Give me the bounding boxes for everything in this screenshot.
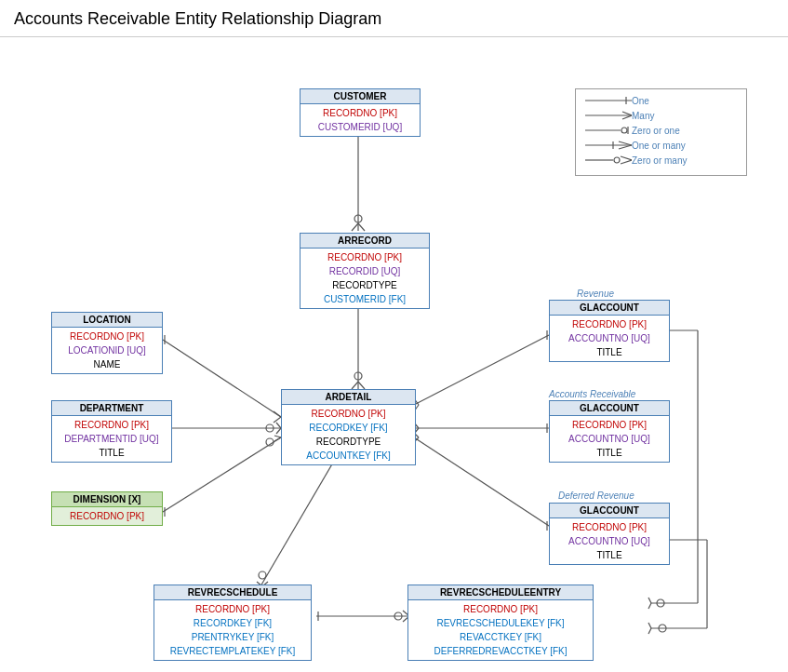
field-dept-title: TITLE bbox=[58, 446, 166, 460]
entity-ardetail: ARDETAIL RECORDNO [PK] RECORDKEY [FK] RE… bbox=[281, 389, 416, 465]
entity-glaccount-ar: GLACCOUNT RECORDNO [PK] ACCOUNTNO [UQ] T… bbox=[549, 400, 670, 463]
svg-line-12 bbox=[274, 411, 281, 417]
entity-location-body: RECORDNO [PK] LOCATIONID [UQ] NAME bbox=[52, 328, 162, 373]
field-glar-accountno: ACCOUNTNO [UQ] bbox=[555, 432, 663, 446]
svg-line-75 bbox=[621, 160, 632, 164]
category-deferred-label: Deferred Revenue bbox=[558, 491, 634, 501]
field-customer-customerid: CUSTOMERID [UQ] bbox=[306, 120, 414, 134]
svg-point-16 bbox=[266, 424, 274, 432]
legend-label-one-many: One or many bbox=[632, 141, 686, 151]
category-ar-label: Accounts Receivable bbox=[549, 389, 635, 399]
diagram-area: CUSTOMER RECORDNO [PK] CUSTOMERID [UQ] A… bbox=[0, 37, 788, 670]
field-location-recordno: RECORDNO [PK] bbox=[58, 329, 156, 343]
field-gldef-recordno: RECORDNO [PK] bbox=[555, 520, 663, 534]
entity-revrecschedule-body: RECORDNO [PK] RECORDKEY [FK] PRENTRYKEY … bbox=[154, 600, 311, 660]
svg-line-10 bbox=[163, 340, 281, 417]
entity-revrecscheduleentry-header: REVRECSCHEDULEENTRY bbox=[408, 585, 593, 600]
svg-line-74 bbox=[621, 156, 632, 160]
svg-point-56 bbox=[659, 625, 666, 632]
entity-arrecord: ARRECORD RECORDNO [PK] RECORDID [UQ] REC… bbox=[300, 233, 430, 309]
svg-point-21 bbox=[266, 438, 274, 446]
svg-line-19 bbox=[163, 437, 281, 512]
svg-line-57 bbox=[648, 623, 651, 628]
legend-label-zero-one: Zero or one bbox=[632, 126, 680, 136]
field-glrev-recordno: RECORDNO [PK] bbox=[555, 317, 663, 331]
legend-label-many: Many bbox=[632, 111, 654, 121]
legend-item-one-many: One or many bbox=[585, 140, 737, 151]
field-dept-departmentid: DEPARTMENTID [UQ] bbox=[58, 432, 166, 446]
field-rrs-prentrykey: PRENTRYKEY [FK] bbox=[160, 630, 305, 644]
entity-glaccount-deferred-body: RECORDNO [PK] ACCOUNTNO [UQ] TITLE bbox=[550, 518, 669, 564]
svg-point-7 bbox=[354, 372, 362, 380]
legend-item-zero-many: Zero or many bbox=[585, 155, 737, 166]
legend-line-one bbox=[585, 95, 632, 106]
entity-dimension: DIMENSION [X] RECORDNO [PK] bbox=[51, 491, 163, 526]
field-rrse-revrecschedulekey: REVRECSCHEDULEKEY [FK] bbox=[414, 616, 587, 630]
svg-line-50 bbox=[648, 598, 651, 603]
field-dept-recordno: RECORDNO [PK] bbox=[58, 418, 166, 432]
svg-line-51 bbox=[648, 603, 651, 609]
legend-line-one-many bbox=[585, 140, 632, 151]
field-dimension-recordno: RECORDNO [PK] bbox=[58, 509, 156, 523]
legend-line-zero-one bbox=[585, 125, 632, 136]
svg-line-70 bbox=[619, 141, 632, 145]
entity-ardetail-header: ARDETAIL bbox=[282, 390, 415, 405]
field-ardetail-accountkey: ACCOUNTKEY [FK] bbox=[287, 449, 409, 463]
svg-line-3 bbox=[352, 223, 358, 231]
legend-box: One Many Zero or one bbox=[575, 88, 747, 176]
svg-line-36 bbox=[260, 451, 340, 586]
field-gldef-title: TITLE bbox=[555, 548, 663, 562]
field-rrse-revacctkey: REVACCTKEY [FK] bbox=[414, 630, 587, 644]
field-glar-recordno: RECORDNO [PK] bbox=[555, 418, 663, 432]
legend-item-zero-one: Zero or one bbox=[585, 125, 737, 136]
svg-point-49 bbox=[657, 599, 664, 607]
category-revenue-label: Revenue bbox=[577, 289, 614, 299]
entity-revrecscheduleentry: REVRECSCHEDULEENTRY RECORDNO [PK] REVREC… bbox=[407, 585, 594, 661]
legend-label-one: One bbox=[632, 96, 649, 106]
entity-department-body: RECORDNO [PK] DEPARTMENTID [UQ] TITLE bbox=[52, 416, 171, 462]
field-arrecord-recordid: RECORDID [UQ] bbox=[306, 264, 423, 278]
entity-customer-header: CUSTOMER bbox=[301, 89, 420, 104]
svg-point-38 bbox=[259, 571, 266, 579]
entity-glaccount-revenue: GLACCOUNT RECORDNO [PK] ACCOUNTNO [UQ] T… bbox=[549, 300, 670, 362]
field-arrecord-recordno: RECORDNO [PK] bbox=[306, 250, 423, 264]
svg-line-58 bbox=[648, 628, 651, 634]
field-glrev-title: TITLE bbox=[555, 345, 663, 359]
entity-department: DEPARTMENT RECORDNO [PK] DEPARTMENTID [U… bbox=[51, 400, 172, 463]
field-ardetail-recordtype: RECORDTYPE bbox=[287, 435, 409, 449]
entity-revrecschedule-header: REVRECSCHEDULE bbox=[154, 585, 311, 600]
svg-line-24 bbox=[414, 335, 549, 405]
entity-revrecschedule: REVRECSCHEDULE RECORDNO [PK] RECORDKEY [… bbox=[154, 585, 312, 661]
legend-label-zero-many: Zero or many bbox=[632, 155, 687, 166]
field-arrecord-recordtype: RECORDTYPE bbox=[306, 278, 423, 292]
svg-point-73 bbox=[614, 157, 620, 163]
field-rrs-revrectemplatekey: REVRECTEMPLATEKEY [FK] bbox=[160, 644, 305, 658]
field-gldef-accountno: ACCOUNTNO [UQ] bbox=[555, 534, 663, 548]
legend-item-many: Many bbox=[585, 110, 737, 121]
entity-location: LOCATION RECORDNO [PK] LOCATIONID [UQ] N… bbox=[51, 312, 163, 374]
svg-point-66 bbox=[621, 128, 627, 133]
entity-arrecord-header: ARRECORD bbox=[301, 234, 429, 249]
entity-dimension-header: DIMENSION [X] bbox=[52, 492, 162, 507]
field-glrev-accountno: ACCOUNTNO [UQ] bbox=[555, 331, 663, 345]
entity-arrecord-body: RECORDNO [PK] RECORDID [UQ] RECORDTYPE C… bbox=[301, 249, 429, 308]
field-rrse-deferredrevacctkey: DEFERREDREVACCTKEY [FK] bbox=[414, 644, 587, 658]
entity-glaccount-deferred: GLACCOUNT RECORDNO [PK] ACCOUNTNO [UQ] T… bbox=[549, 503, 670, 565]
entity-customer: CUSTOMER RECORDNO [PK] CUSTOMERID [UQ] bbox=[300, 88, 421, 137]
entity-dimension-body: RECORDNO [PK] bbox=[52, 507, 162, 525]
svg-line-8 bbox=[352, 382, 358, 389]
field-rrs-recordno: RECORDNO [PK] bbox=[160, 602, 305, 616]
entity-glaccount-revenue-header: GLACCOUNT bbox=[550, 301, 669, 316]
legend-item-one: One bbox=[585, 95, 737, 106]
field-location-locationid: LOCATIONID [UQ] bbox=[58, 343, 156, 357]
entity-glaccount-ar-header: GLACCOUNT bbox=[550, 401, 669, 416]
entity-glaccount-deferred-header: GLACCOUNT bbox=[550, 504, 669, 518]
entity-customer-body: RECORDNO [PK] CUSTOMERID [UQ] bbox=[301, 104, 420, 136]
entity-ardetail-body: RECORDNO [PK] RECORDKEY [FK] RECORDTYPE … bbox=[282, 405, 415, 464]
svg-line-32 bbox=[414, 437, 549, 526]
field-rrs-recordkey: RECORDKEY [FK] bbox=[160, 616, 305, 630]
svg-line-23 bbox=[274, 437, 281, 441]
field-ardetail-recordkey: RECORDKEY [FK] bbox=[287, 421, 409, 435]
field-ardetail-recordno: RECORDNO [PK] bbox=[287, 407, 409, 421]
svg-line-9 bbox=[358, 382, 365, 389]
